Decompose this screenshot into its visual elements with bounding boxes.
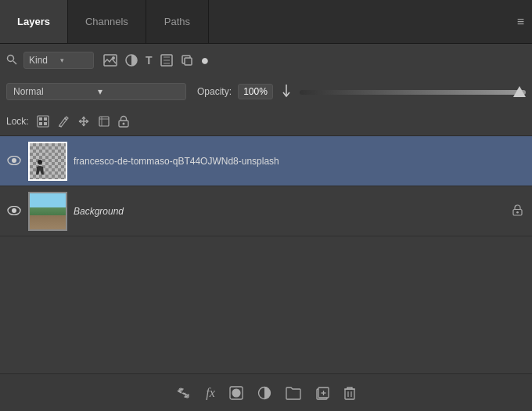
filter-row: Kind ▾ T	[0, 44, 532, 77]
dot-filter-icon[interactable]: ●	[201, 53, 210, 67]
opacity-value[interactable]: 100%	[238, 84, 273, 99]
svg-rect-7	[185, 58, 192, 65]
svg-rect-11	[39, 122, 42, 125]
blend-mode-select[interactable]: Normal ▾	[6, 83, 186, 100]
fx-icon[interactable]: fx	[206, 386, 215, 400]
new-group-icon[interactable]	[286, 386, 301, 400]
lock-move-icon[interactable]	[77, 115, 90, 128]
layer-item[interactable]: francesco-de-tommaso-qBT44OJWNd8-unsplas…	[0, 136, 532, 186]
adjustment-filter-icon[interactable]	[125, 54, 138, 67]
tab-layers[interactable]: Layers	[0, 0, 68, 43]
svg-point-22	[12, 208, 16, 213]
svg-point-0	[8, 55, 14, 61]
svg-point-24	[516, 211, 519, 213]
layer-visibility-toggle[interactable]	[6, 204, 22, 218]
lock-all-icon[interactable]	[118, 115, 129, 128]
svg-point-3	[112, 56, 115, 59]
layers-panel: Layers Channels Paths ≡ Kind ▾	[0, 0, 532, 411]
svg-rect-9	[39, 117, 42, 121]
add-mask-icon[interactable]	[229, 386, 243, 400]
filter-icons: T ●	[103, 53, 209, 67]
svg-point-17	[122, 122, 124, 124]
link-layers-icon[interactable]	[176, 386, 192, 400]
search-icon	[6, 54, 17, 67]
svg-rect-36	[345, 389, 354, 399]
bottom-toolbar: fx	[0, 373, 532, 411]
image-filter-icon[interactable]	[103, 54, 117, 67]
lock-artboard-icon[interactable]	[98, 115, 110, 128]
delete-layer-icon[interactable]	[343, 386, 356, 400]
new-layer-icon[interactable]	[315, 386, 329, 400]
svg-point-20	[38, 160, 42, 164]
lock-paint-icon[interactable]	[57, 115, 70, 128]
tab-bar: Layers Channels Paths ≡	[0, 0, 532, 44]
lock-pixels-icon[interactable]	[37, 115, 49, 128]
layer-visibility-toggle[interactable]	[6, 154, 22, 168]
svg-rect-13	[99, 117, 109, 126]
lock-row: Lock:	[0, 106, 532, 136]
tab-paths[interactable]: Paths	[146, 0, 209, 43]
smartobject-filter-icon[interactable]	[181, 54, 193, 67]
blend-mode-arrow: ▾	[98, 86, 179, 97]
layer-thumbnail	[28, 142, 67, 181]
svg-point-19	[12, 158, 16, 163]
kind-filter-arrow: ▾	[60, 56, 88, 64]
layer-thumbnail	[28, 192, 67, 231]
add-adjustment-icon[interactable]	[257, 386, 271, 400]
panel-menu-icon[interactable]: ≡	[517, 15, 524, 29]
lock-label: Lock:	[6, 116, 29, 127]
kind-filter-select[interactable]: Kind ▾	[23, 52, 94, 69]
layer-name: Background	[74, 206, 506, 217]
svg-rect-12	[44, 122, 47, 125]
opacity-slider-thumb[interactable]	[513, 86, 526, 97]
opacity-label: Opacity:	[197, 86, 232, 97]
tab-channels[interactable]: Channels	[68, 0, 146, 43]
blend-opacity-row: Normal ▾ Opacity: 100%	[0, 77, 532, 106]
svg-point-29	[232, 389, 240, 397]
svg-rect-10	[44, 117, 47, 121]
layer-item[interactable]: Background	[0, 186, 532, 236]
layer-name: francesco-de-tommaso-qBT44OJWNd8-unsplas…	[74, 156, 526, 167]
shape-filter-icon[interactable]	[160, 54, 173, 67]
opacity-dropdown-arrow[interactable]	[281, 83, 292, 100]
background-lock-icon	[512, 204, 523, 218]
text-filter-icon[interactable]: T	[146, 54, 153, 67]
svg-line-1	[13, 61, 16, 64]
layers-list: francesco-de-tommaso-qBT44OJWNd8-unsplas…	[0, 136, 532, 373]
